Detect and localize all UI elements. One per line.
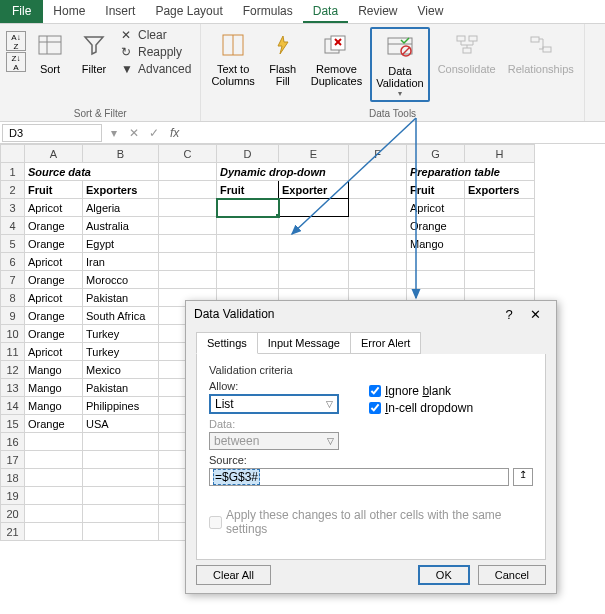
row-header[interactable]: 8	[1, 289, 25, 307]
cell[interactable]	[159, 271, 217, 289]
row-header[interactable]: 13	[1, 379, 25, 397]
allow-combo[interactable]: List▽	[209, 394, 339, 414]
cell[interactable]	[349, 253, 407, 271]
cell[interactable]	[465, 253, 535, 271]
cell[interactable]	[217, 199, 279, 217]
cell[interactable]	[279, 271, 349, 289]
row-header[interactable]: 16	[1, 433, 25, 451]
cell[interactable]: Orange	[407, 217, 465, 235]
cell[interactable]	[25, 433, 83, 451]
tab-home[interactable]: Home	[43, 0, 95, 23]
tab-insert[interactable]: Insert	[95, 0, 145, 23]
cell[interactable]	[465, 235, 535, 253]
cell[interactable]: Orange	[25, 415, 83, 433]
row-header[interactable]: 10	[1, 325, 25, 343]
cell[interactable]: Mango	[25, 361, 83, 379]
row-header[interactable]: 3	[1, 199, 25, 217]
cell[interactable]	[25, 487, 83, 505]
cell[interactable]: Dynamic drop-down	[217, 163, 349, 181]
cell[interactable]	[159, 253, 217, 271]
cell[interactable]: Apricot	[25, 253, 83, 271]
cell[interactable]: Orange	[25, 325, 83, 343]
cell[interactable]: Mango	[25, 397, 83, 415]
cell[interactable]: Fruit	[25, 181, 83, 199]
cell[interactable]: Fruit	[407, 181, 465, 199]
flash-fill-button[interactable]: Flash Fill	[263, 27, 303, 89]
cell[interactable]: Exporters	[465, 181, 535, 199]
close-button[interactable]: ✕	[522, 307, 548, 322]
tab-data[interactable]: Data	[303, 0, 348, 23]
cell[interactable]	[83, 505, 159, 523]
cell[interactable]: Philippines	[83, 397, 159, 415]
cell[interactable]	[83, 487, 159, 505]
tab-review[interactable]: Review	[348, 0, 407, 23]
cell[interactable]: Exporter	[279, 181, 349, 199]
name-box-dropdown[interactable]: ▾	[104, 126, 124, 140]
row-header[interactable]: 4	[1, 217, 25, 235]
advanced-button[interactable]: ▼Advanced	[118, 61, 194, 77]
cell[interactable]: Mango	[25, 379, 83, 397]
cell[interactable]	[83, 433, 159, 451]
cell[interactable]: Iran	[83, 253, 159, 271]
cell[interactable]	[279, 235, 349, 253]
cell[interactable]: Orange	[25, 235, 83, 253]
cell[interactable]: Egypt	[83, 235, 159, 253]
name-box[interactable]	[2, 124, 102, 142]
row-header[interactable]: 21	[1, 523, 25, 541]
cell[interactable]: Fruit	[217, 181, 279, 199]
ignore-blank-checkbox[interactable]: Ignore blank	[369, 384, 473, 398]
cell[interactable]	[217, 271, 279, 289]
cell[interactable]	[465, 217, 535, 235]
ok-button[interactable]: OK	[418, 565, 470, 585]
cell[interactable]: Turkey	[83, 325, 159, 343]
col-header-H[interactable]: H	[465, 145, 535, 163]
data-validation-button[interactable]: Data Validation ▾	[370, 27, 430, 102]
sort-za-icon[interactable]: Z↓A	[6, 52, 26, 72]
cell[interactable]: Pakistan	[83, 379, 159, 397]
cell[interactable]	[159, 235, 217, 253]
cell[interactable]	[25, 505, 83, 523]
consolidate-button[interactable]: Consolidate	[434, 27, 500, 77]
select-all-corner[interactable]	[1, 145, 25, 163]
col-header-B[interactable]: B	[83, 145, 159, 163]
cell[interactable]: Mexico	[83, 361, 159, 379]
source-input[interactable]: =$G$3#	[209, 468, 509, 486]
cell[interactable]: Preparation table	[407, 163, 535, 181]
clear-button[interactable]: ✕Clear	[118, 27, 194, 43]
cell[interactable]	[159, 163, 217, 181]
row-header[interactable]: 20	[1, 505, 25, 523]
cell[interactable]	[465, 271, 535, 289]
cancel-button[interactable]: Cancel	[478, 565, 546, 585]
cancel-formula-icon[interactable]: ✕	[124, 126, 144, 140]
tab-view[interactable]: View	[408, 0, 454, 23]
col-header-E[interactable]: E	[279, 145, 349, 163]
cell[interactable]	[25, 451, 83, 469]
cell[interactable]: South Africa	[83, 307, 159, 325]
cell[interactable]	[159, 217, 217, 235]
cell[interactable]	[279, 253, 349, 271]
range-selector-button[interactable]: ↥	[513, 468, 533, 486]
cell[interactable]: Algeria	[83, 199, 159, 217]
cell[interactable]: Apricot	[25, 343, 83, 361]
tab-formulas[interactable]: Formulas	[233, 0, 303, 23]
cell[interactable]: USA	[83, 415, 159, 433]
cell[interactable]: Exporters	[83, 181, 159, 199]
row-header[interactable]: 15	[1, 415, 25, 433]
cell[interactable]: Australia	[83, 217, 159, 235]
filter-button[interactable]: Filter	[74, 27, 114, 77]
row-header[interactable]: 19	[1, 487, 25, 505]
row-header[interactable]: 12	[1, 361, 25, 379]
cell[interactable]: Apricot	[407, 199, 465, 217]
cell[interactable]	[217, 235, 279, 253]
cell[interactable]: Orange	[25, 307, 83, 325]
cell[interactable]	[83, 451, 159, 469]
col-header-F[interactable]: F	[349, 145, 407, 163]
cell[interactable]: Pakistan	[83, 289, 159, 307]
sort-button[interactable]: Sort	[30, 27, 70, 77]
cell[interactable]	[83, 523, 159, 541]
cell[interactable]	[217, 253, 279, 271]
cell[interactable]	[159, 181, 217, 199]
tab-input-message[interactable]: Input Message	[257, 332, 351, 354]
row-header[interactable]: 6	[1, 253, 25, 271]
cell[interactable]	[83, 469, 159, 487]
